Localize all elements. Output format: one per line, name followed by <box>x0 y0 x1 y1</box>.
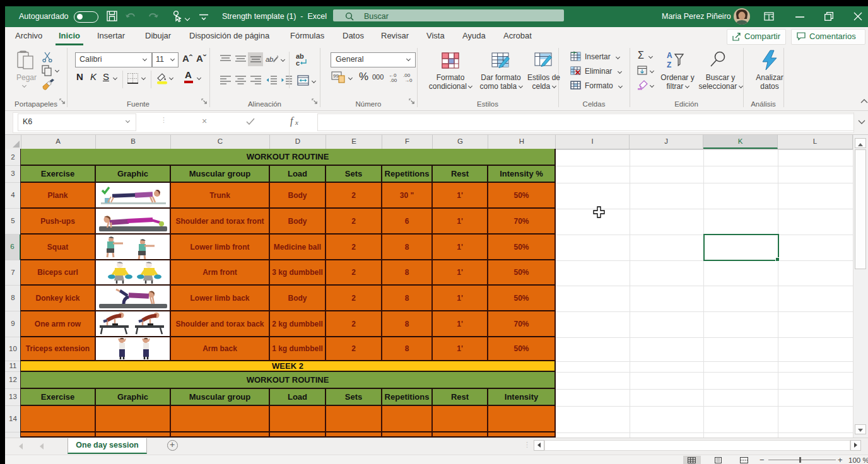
svg-text:.00: .00 <box>390 78 397 83</box>
svg-text:c: c <box>296 59 300 66</box>
svg-text:→0: →0 <box>404 78 413 83</box>
svg-text:ab: ab <box>266 55 273 63</box>
svg-text:99: 99 <box>333 73 339 79</box>
svg-text:Z: Z <box>667 61 671 69</box>
svg-text:A: A <box>667 51 672 60</box>
